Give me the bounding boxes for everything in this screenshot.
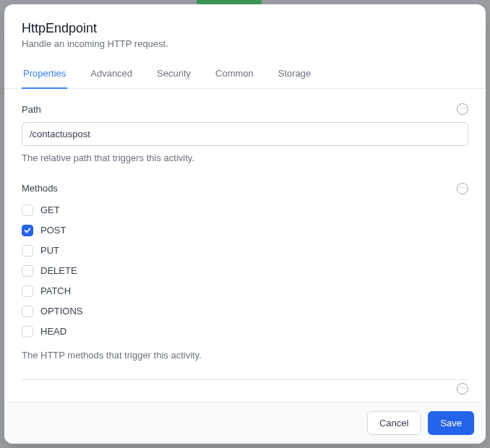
method-checkbox-patch[interactable] bbox=[22, 285, 33, 297]
method-row-head: HEAD bbox=[22, 326, 468, 337]
modal-subtitle: Handle an incoming HTTP request. bbox=[22, 38, 468, 49]
methods-section: Methods GETPOSTPUTDELETEPATCHOPTIONSHEAD… bbox=[22, 183, 468, 362]
more-icon[interactable] bbox=[457, 183, 468, 194]
modal-dialog: HttpEndpoint Handle an incoming HTTP req… bbox=[4, 4, 486, 444]
path-input[interactable] bbox=[22, 122, 468, 146]
tab-storage[interactable]: Storage bbox=[277, 61, 313, 89]
method-checkbox-get[interactable] bbox=[22, 204, 33, 216]
method-row-put: PUT bbox=[22, 245, 468, 257]
modal-footer: Cancel Save bbox=[4, 402, 486, 444]
method-label: DELETE bbox=[40, 265, 77, 276]
modal-title: HttpEndpoint bbox=[22, 20, 468, 37]
methods-hint: The HTTP methods that trigger this activ… bbox=[22, 349, 468, 362]
modal-body: Path The relative path that triggers thi… bbox=[4, 89, 486, 402]
cancel-button[interactable]: Cancel bbox=[367, 411, 421, 435]
method-label: POST bbox=[40, 225, 66, 236]
path-label: Path bbox=[22, 104, 41, 115]
method-label: OPTIONS bbox=[40, 306, 83, 316]
tab-properties[interactable]: Properties bbox=[22, 61, 67, 89]
tab-bar: PropertiesAdvancedSecurityCommonStorage bbox=[4, 61, 486, 89]
methods-list: GETPOSTPUTDELETEPATCHOPTIONSHEAD bbox=[22, 204, 468, 337]
method-checkbox-put[interactable] bbox=[22, 245, 33, 257]
method-label: GET bbox=[40, 204, 60, 215]
method-label: PUT bbox=[40, 245, 59, 256]
method-row-patch: PATCH bbox=[22, 285, 468, 297]
tab-security[interactable]: Security bbox=[155, 61, 192, 89]
save-button[interactable]: Save bbox=[428, 411, 474, 435]
more-icon[interactable] bbox=[457, 103, 468, 115]
more-icon[interactable] bbox=[457, 383, 468, 395]
methods-label: Methods bbox=[22, 183, 58, 194]
method-row-delete: DELETE bbox=[22, 265, 468, 277]
method-row-post: POST bbox=[22, 225, 468, 236]
method-label: HEAD bbox=[40, 326, 66, 337]
method-label: PATCH bbox=[40, 285, 71, 296]
method-row-options: OPTIONS bbox=[22, 306, 468, 317]
method-checkbox-delete[interactable] bbox=[22, 265, 33, 277]
method-checkbox-head[interactable] bbox=[22, 326, 33, 337]
tab-advanced[interactable]: Advanced bbox=[89, 61, 134, 89]
tab-common[interactable]: Common bbox=[214, 61, 255, 89]
modal-header: HttpEndpoint Handle an incoming HTTP req… bbox=[4, 4, 486, 49]
method-checkbox-post[interactable] bbox=[22, 225, 33, 236]
divider bbox=[22, 379, 468, 380]
path-section: Path The relative path that triggers thi… bbox=[22, 103, 468, 165]
method-row-get: GET bbox=[22, 204, 468, 216]
path-hint: The relative path that triggers this act… bbox=[22, 152, 468, 165]
method-checkbox-options[interactable] bbox=[22, 306, 33, 317]
